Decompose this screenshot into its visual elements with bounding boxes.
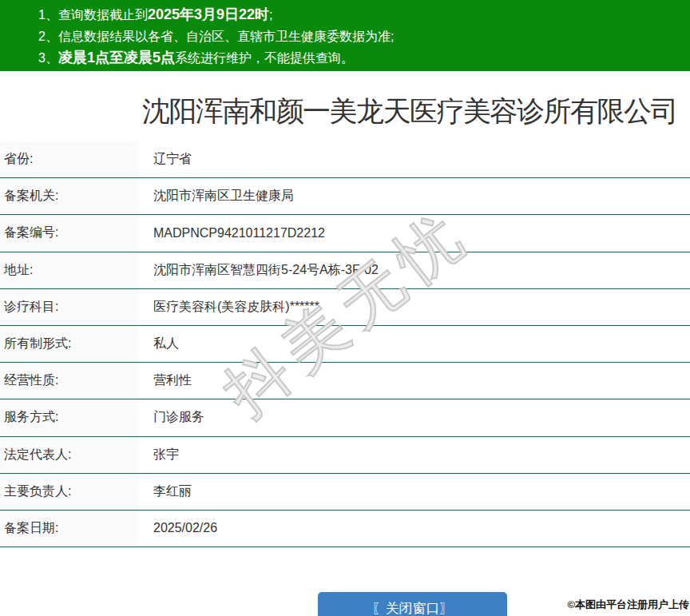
row-value: 医疗美容科(美容皮肤科)****** [138,289,690,325]
table-row-province: 省份: 辽宁省 [0,141,690,178]
row-label: 备案编号: [0,215,138,251]
table-row-business-nature: 经营性质: 营利性 [0,363,690,399]
table-row-diagnosis-subjects: 诊疗科目: 医疗美容科(美容皮肤科)****** [0,289,690,326]
page-title: 沈阳浑南和颜一美龙天医疗美容诊所有限公司 [142,93,677,130]
notice-line-3-bold: 凌晨1点至凌晨5点 [58,50,175,66]
table-row-main-person-in-charge: 主要负责人: 李红丽 [0,474,690,511]
row-value: 沈阳市浑南区智慧四街5-24号A栋-3F-02 [138,252,690,288]
notice-line-1: 1、查询数据截止到2025年3月9日22时; [38,4,690,26]
row-label: 主要负责人: [0,474,138,510]
row-label: 省份: [0,141,138,177]
notice-banner: 1、查询数据截止到2025年3月9日22时; 2、信息数据结果以各省、自治区、直… [0,0,690,71]
row-value: 营利性 [138,363,690,399]
notice-line-3: 3、凌晨1点至凌晨5点系统进行维护，不能提供查询。 [38,47,690,69]
notice-line-2: 2、信息数据结果以各省、自治区、直辖市卫生健康委数据为准; [38,26,690,47]
row-value: 张宇 [138,437,690,473]
info-table: 省份: 辽宁省 备案机关: 沈阳市浑南区卫生健康局 备案编号: MADPNCP9… [0,141,690,547]
row-label: 所有制形式: [0,326,138,362]
table-row-filing-date: 备案日期: 2025/02/26 [0,511,690,547]
row-value: 李红丽 [138,474,690,510]
filing-record-page: 1、查询数据截止到2025年3月9日22时; 2、信息数据结果以各省、自治区、直… [0,0,690,616]
close-window-button[interactable]: 〖关闭窗口〗 [318,592,507,616]
table-row-legal-representative: 法定代表人: 张宇 [0,437,690,474]
notice-line-3-tail: 系统进行维护，不能提供查询。 [175,51,354,65]
table-row-address: 地址: 沈阳市浑南区智慧四街5-24号A栋-3F-02 [0,252,690,289]
row-value: MADPNCP9421011217D2212 [138,215,690,251]
notice-line-1-number: 1、 [38,8,58,22]
notice-line-3-number: 3、 [38,51,58,65]
row-label: 地址: [0,252,138,288]
row-label: 备案日期: [0,511,138,546]
table-row-filing-authority: 备案机关: 沈阳市浑南区卫生健康局 [0,178,690,215]
row-label: 服务方式: [0,399,138,435]
table-row-ownership-form: 所有制形式: 私人 [0,326,690,363]
row-label: 诊疗科目: [0,289,138,325]
row-value: 私人 [138,326,690,362]
row-value: 辽宁省 [138,141,690,177]
notice-line-1-bold: 2025年3月9日22时 [148,6,269,22]
row-label: 备案机关: [0,178,138,214]
table-row-service-mode: 服务方式: 门诊服务 [0,399,690,436]
notice-line-2-number: 2、 [38,30,58,43]
row-value: 2025/02/26 [138,511,690,546]
attribution-text: ©本图由平台注册用户上传 [567,598,689,612]
notice-line-2-text: 信息数据结果以各省、自治区、直辖市卫生健康委数据为准; [58,30,394,43]
row-label: 法定代表人: [0,437,138,473]
row-value: 沈阳市浑南区卫生健康局 [138,178,690,214]
row-value: 门诊服务 [138,399,690,435]
notice-line-1-text: 查询数据截止到 [58,8,148,22]
row-label: 经营性质: [0,363,138,399]
notice-line-1-tail: ; [269,8,272,22]
table-row-filing-number: 备案编号: MADPNCP9421011217D2212 [0,215,690,252]
